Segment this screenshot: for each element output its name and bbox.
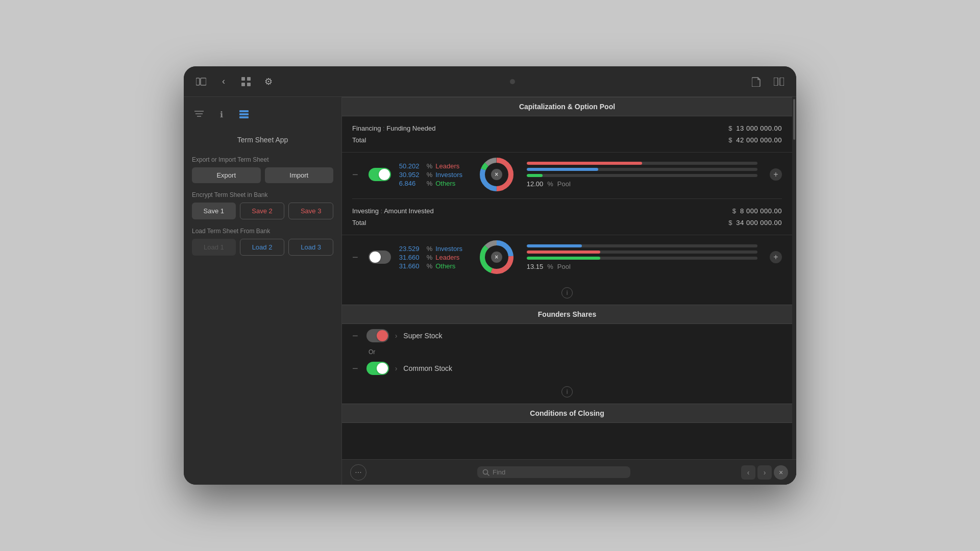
pool2-toggle-switch[interactable] [369,251,391,264]
super-stock-toggle-thumb [377,330,388,341]
load-label: Load Term Sheet From Bank [192,228,333,235]
pool2-others-row: 31.660 % Others [399,262,471,270]
pool2-percentages: 23.529 % Investors 31.660 % Leaders 31.6… [399,245,471,270]
find-input[interactable] [493,468,625,476]
pool1-toggle-switch[interactable] [369,168,391,181]
sidebar-filter-icon[interactable] [192,107,206,121]
pool1-bar1 [527,162,757,165]
load2-button[interactable]: Load 2 [240,239,285,256]
load-section: Load Term Sheet From Bank Load 1 Load 2 … [192,228,333,256]
search-icon [482,469,489,476]
common-stock-toggle[interactable] [366,362,389,375]
pool2-minus[interactable]: − [352,252,358,263]
pool2-investors-label: Investors [435,245,462,253]
svg-rect-7 [780,78,784,86]
pool1-plus-btn[interactable]: + [770,168,782,181]
import-button[interactable]: Import [265,167,334,183]
load3-button[interactable]: Load 3 [288,239,333,256]
pool1-bar3 [527,174,757,177]
common-stock-chevron[interactable]: › [395,364,398,372]
nav-close-button[interactable]: × [774,465,788,480]
export-button[interactable]: Export [192,167,261,183]
more-options-button[interactable]: ··· [350,464,366,481]
capitalization-section-header: Capitalization & Option Pool [342,97,792,116]
info-row-1: i [342,281,792,305]
pool1-leaders-pct: 50.202 [399,162,424,170]
pool2-bar1 [527,244,757,247]
export-import-label: Export or Import Term Sheet [192,156,333,163]
super-stock-chevron[interactable]: › [395,332,398,340]
sidebar-list-icon[interactable] [237,107,251,121]
gear-icon[interactable]: ⚙ [261,74,276,89]
info-icon-2[interactable]: i [561,386,573,397]
save1-button[interactable]: Save 1 [192,203,236,219]
bottom-bar: ··· ‹ › × [342,459,796,485]
nav-prev-button[interactable]: ‹ [741,465,755,480]
app-title: Term Sheet App [192,132,333,148]
grid-icon[interactable] [239,74,253,89]
total-amount: 42 000 000.00 [736,136,782,144]
pool2-bar2-fill [527,251,601,254]
save3-button[interactable]: Save 3 [288,203,333,219]
super-stock-row: − › Super Stock [342,324,792,347]
pool1-toggle[interactable] [369,168,391,181]
super-stock-minus[interactable]: − [352,330,358,342]
pool2-leaders-row: 31.660 % Leaders [399,254,471,261]
pool1-bar2 [527,168,757,171]
sidebar-info-icon[interactable]: ℹ [214,107,229,121]
document-icon[interactable] [749,74,764,89]
nav-next-button[interactable]: › [757,465,772,480]
svg-line-25 [487,473,489,475]
pool2-toggle[interactable] [369,251,391,264]
pool1-row: − 50.202 % Leaders [342,153,792,198]
pool2-close-btn[interactable]: × [491,252,502,263]
investing-amount: 8 000 000.00 [740,207,782,215]
split-view-icon[interactable] [772,74,786,89]
pool1-pool-label-row: 12.00 % Pool [527,180,757,188]
pool1-investors-row: 30.952 % Investors [399,171,471,179]
svg-rect-2 [241,77,245,81]
device-frame: ‹ ⚙ [184,66,796,485]
pool1-bar2-fill [527,168,598,171]
pool1-investors-pct: 30.952 [399,171,424,179]
funding-needed-text: Funding Needed [386,124,435,132]
svg-rect-4 [241,83,245,86]
export-import-section: Export or Import Term Sheet Export Impor… [192,156,333,183]
pool2-leaders-pct: 31.660 [399,254,424,261]
pool2-pool-label: Pool [557,263,571,270]
super-stock-toggle[interactable] [366,329,389,342]
pool1-bar-area: 12.00 % Pool [523,162,762,188]
pool1-minus[interactable]: − [352,169,358,181]
sidebar-toggle-icon[interactable] [194,74,208,89]
scrollbar-thumb[interactable] [793,99,795,140]
scrollbar[interactable] [792,97,796,459]
pool1-bar1-fill [527,162,642,165]
pool1-close-btn[interactable]: × [491,169,502,180]
or-label: Or [342,347,792,357]
encrypt-section: Encrypt Term Sheet in Bank Save 1 Save 2… [192,191,333,219]
financing-block: Financing : Funding Needed $ 13 000 000.… [342,116,792,153]
save-buttons: Save 1 Save 2 Save 3 [192,203,333,219]
pool1-donut-chart: × [479,157,514,192]
investing-amount-row: Investing : Amount Invested $ 8 000 000.… [352,205,782,217]
find-bar[interactable] [477,466,630,478]
info-icon-1[interactable]: i [561,287,573,298]
dollar-sign-2: $ [728,136,732,144]
pool2-investors-pct: 23.529 [399,245,424,253]
investing-block: Investing : Amount Invested $ 8 000 000.… [342,199,792,235]
main-area: ℹ Term Sheet App Export or Import Term S… [184,97,796,485]
common-stock-row: − › Common Stock [342,357,792,380]
pool2-bar1-fill [527,244,582,247]
pool2-bar-area: 13.15 % Pool [523,244,762,270]
svg-rect-5 [247,83,251,86]
financing-total-row: Total $ 42 000 000.00 [352,134,782,146]
back-icon[interactable]: ‹ [216,74,231,89]
pool2-plus-btn[interactable]: + [770,251,782,263]
save2-button[interactable]: Save 2 [240,203,285,219]
sidebar: ℹ Term Sheet App Export or Import Term S… [184,97,342,485]
common-stock-minus[interactable]: − [352,363,358,374]
pool1-leaders-row: 50.202 % Leaders [399,162,471,170]
common-stock-toggle-thumb [377,363,388,374]
top-bar: ‹ ⚙ [184,66,796,97]
svg-rect-13 [239,116,249,118]
